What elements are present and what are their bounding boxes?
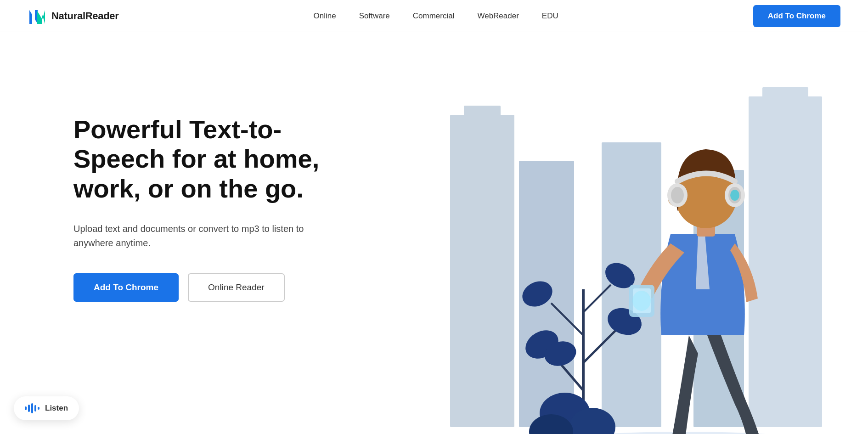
svg-marker-1	[37, 10, 45, 24]
svg-rect-4	[749, 96, 822, 427]
hero-illustration	[349, 60, 813, 427]
hero-subtitle: Upload text and documents or convert to …	[73, 222, 312, 250]
header: NaturalReader Online Software Commercial…	[0, 0, 868, 32]
svg-rect-39	[25, 406, 27, 410]
online-reader-button[interactable]: Online Reader	[188, 273, 285, 302]
hero-title: Powerful Text-to-Speech for at home, wor…	[73, 115, 331, 203]
add-to-chrome-header-button[interactable]: Add To Chrome	[753, 5, 840, 27]
listen-label: Listen	[45, 404, 68, 413]
svg-rect-5	[762, 87, 808, 119]
listen-badge[interactable]: Listen	[14, 396, 79, 420]
svg-rect-40	[28, 405, 30, 412]
logo-icon	[28, 6, 47, 26]
nav-item-commercial[interactable]: Commercial	[413, 11, 455, 21]
svg-rect-3	[464, 106, 501, 142]
hero-left: Powerful Text-to-Speech for at home, wor…	[73, 69, 349, 302]
svg-point-35	[671, 187, 684, 203]
svg-point-29	[632, 291, 651, 311]
main-content: Powerful Text-to-Speech for at home, wor…	[0, 32, 868, 434]
svg-rect-43	[38, 407, 39, 410]
svg-rect-41	[31, 403, 33, 413]
nav: Online Software Commercial WebReader EDU	[314, 11, 558, 21]
nav-item-software[interactable]: Software	[359, 11, 390, 21]
svg-rect-2	[450, 115, 514, 427]
nav-item-webreader[interactable]: WebReader	[477, 11, 519, 21]
hero-svg	[427, 60, 840, 434]
svg-marker-0	[29, 10, 38, 24]
logo-text: NaturalReader	[51, 10, 119, 22]
svg-rect-42	[34, 405, 36, 411]
nav-item-online[interactable]: Online	[314, 11, 336, 21]
nav-item-edu[interactable]: EDU	[542, 11, 558, 21]
audio-waves-icon	[25, 403, 39, 414]
svg-point-38	[730, 190, 739, 201]
logo[interactable]: NaturalReader	[28, 6, 119, 26]
cta-buttons: Add To Chrome Online Reader	[73, 273, 349, 302]
add-to-chrome-main-button[interactable]: Add To Chrome	[73, 273, 179, 302]
